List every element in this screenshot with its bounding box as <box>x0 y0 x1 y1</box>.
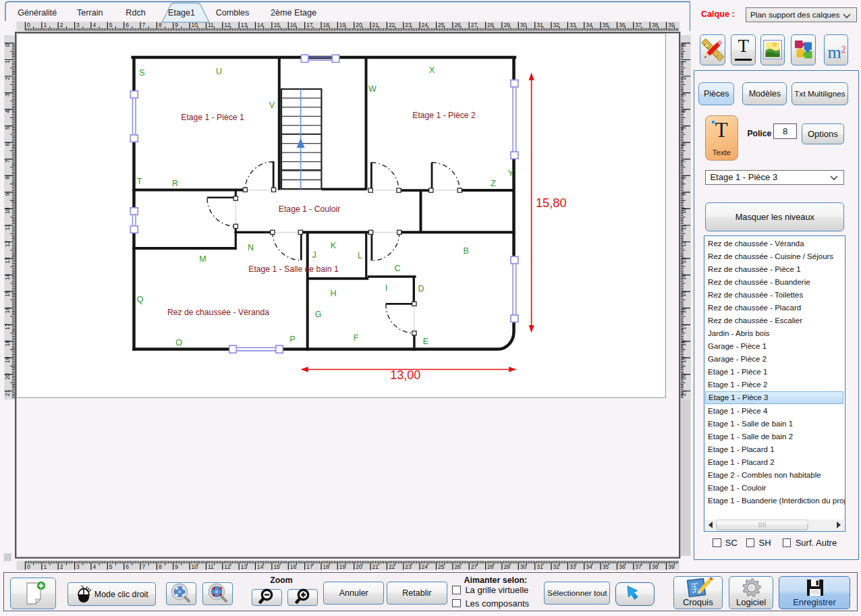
svg-text:33: 33 <box>570 563 576 570</box>
svg-text:11: 11 <box>680 224 687 230</box>
svg-text:14: 14 <box>680 274 687 281</box>
svg-text:9: 9 <box>680 192 687 196</box>
svg-text:Etage 1 - Couloir: Etage 1 - Couloir <box>279 204 340 214</box>
svg-text:24: 24 <box>422 563 428 570</box>
svg-text:V: V <box>269 101 275 110</box>
svg-text:8: 8 <box>159 563 162 570</box>
svg-text:17: 17 <box>680 323 687 330</box>
svg-text:28: 28 <box>487 563 494 570</box>
svg-text:U: U <box>216 67 222 76</box>
svg-text:E: E <box>423 337 428 346</box>
svg-text:18: 18 <box>323 563 330 570</box>
svg-text:37: 37 <box>635 563 642 570</box>
svg-text:21: 21 <box>372 563 379 570</box>
svg-text:13: 13 <box>680 257 687 264</box>
svg-text:H: H <box>330 289 336 298</box>
svg-text:19: 19 <box>339 563 346 570</box>
svg-text:12: 12 <box>680 241 687 248</box>
svg-text:15: 15 <box>4 290 11 297</box>
svg-text:20: 20 <box>356 563 362 570</box>
svg-text:8: 8 <box>4 176 11 179</box>
svg-text:13: 13 <box>241 563 248 570</box>
svg-text:29: 29 <box>503 563 510 570</box>
svg-text:W: W <box>368 84 377 94</box>
svg-text:Z: Z <box>491 179 496 188</box>
svg-text:22: 22 <box>389 563 395 570</box>
svg-text:G: G <box>315 310 322 319</box>
svg-text:39: 39 <box>668 563 675 570</box>
svg-text:K: K <box>331 241 337 250</box>
svg-text:8: 8 <box>680 176 687 179</box>
svg-text:4: 4 <box>680 109 687 113</box>
svg-text:R: R <box>172 179 178 188</box>
svg-text:13: 13 <box>4 257 11 264</box>
svg-text:L: L <box>358 251 362 260</box>
svg-text:27: 27 <box>471 563 478 570</box>
svg-text:17: 17 <box>306 563 313 570</box>
svg-text:18: 18 <box>680 340 687 347</box>
svg-text:1: 1 <box>43 563 47 570</box>
svg-text:36: 36 <box>619 563 626 570</box>
svg-text:M: M <box>199 254 206 264</box>
svg-text:7: 7 <box>4 159 11 163</box>
svg-text:5: 5 <box>109 563 113 570</box>
svg-text:6: 6 <box>126 563 129 570</box>
svg-text:0: 0 <box>680 43 687 47</box>
svg-text:J: J <box>312 250 316 260</box>
svg-text:Etage 1 - Pièce 1: Etage 1 - Pièce 1 <box>181 113 244 122</box>
svg-text:20: 20 <box>680 373 687 380</box>
svg-text:18: 18 <box>4 340 11 347</box>
svg-text:38: 38 <box>652 563 659 570</box>
svg-text:15: 15 <box>680 290 687 297</box>
svg-text:1: 1 <box>680 60 687 63</box>
svg-text:1: 1 <box>4 60 11 63</box>
svg-text:0: 0 <box>4 43 11 47</box>
svg-text:4: 4 <box>92 563 96 570</box>
svg-text:19: 19 <box>4 356 11 363</box>
svg-text:15,80: 15,80 <box>536 196 567 210</box>
svg-text:X: X <box>429 65 435 75</box>
svg-text:3: 3 <box>76 563 80 570</box>
svg-text:25: 25 <box>438 563 445 570</box>
svg-text:15: 15 <box>273 563 280 570</box>
svg-text:31: 31 <box>536 563 543 570</box>
svg-text:Y: Y <box>508 169 514 178</box>
svg-text:34: 34 <box>586 563 592 570</box>
svg-text:14: 14 <box>4 274 11 281</box>
svg-text:B: B <box>464 246 469 256</box>
svg-text:2: 2 <box>680 76 687 80</box>
svg-text:P: P <box>289 335 295 344</box>
svg-text:32: 32 <box>553 563 560 570</box>
svg-text:10: 10 <box>4 207 11 214</box>
svg-text:11: 11 <box>4 224 11 230</box>
svg-text:11: 11 <box>208 563 214 570</box>
svg-text:3: 3 <box>4 93 11 96</box>
svg-text:Etage 1 - Pièce 2: Etage 1 - Pièce 2 <box>412 111 476 120</box>
svg-text:Etage 1 - Salle de bain 1: Etage 1 - Salle de bain 1 <box>248 264 339 274</box>
svg-text:7: 7 <box>142 563 146 570</box>
svg-text:I: I <box>385 283 387 293</box>
svg-text:20: 20 <box>4 373 11 380</box>
svg-text:16: 16 <box>680 307 687 314</box>
svg-text:6: 6 <box>680 143 687 146</box>
svg-text:3: 3 <box>680 93 687 96</box>
svg-text:Q: Q <box>137 295 144 304</box>
svg-text:0: 0 <box>27 563 30 570</box>
svg-text:D: D <box>418 284 424 293</box>
svg-text:19: 19 <box>680 356 687 363</box>
svg-text:21: 21 <box>4 390 11 397</box>
svg-text:S: S <box>139 68 144 78</box>
svg-text:16: 16 <box>4 307 11 314</box>
svg-text:4: 4 <box>4 109 11 113</box>
svg-text:T: T <box>137 177 142 186</box>
svg-text:5: 5 <box>680 126 687 130</box>
svg-text:35: 35 <box>603 563 609 570</box>
svg-text:6: 6 <box>4 143 11 146</box>
svg-text:13,00: 13,00 <box>390 368 420 382</box>
svg-text:O: O <box>175 338 182 347</box>
svg-text:2: 2 <box>4 76 11 80</box>
svg-text:9: 9 <box>175 563 178 570</box>
svg-text:5: 5 <box>4 126 11 130</box>
svg-text:16: 16 <box>290 563 297 570</box>
svg-text:21: 21 <box>680 390 687 397</box>
